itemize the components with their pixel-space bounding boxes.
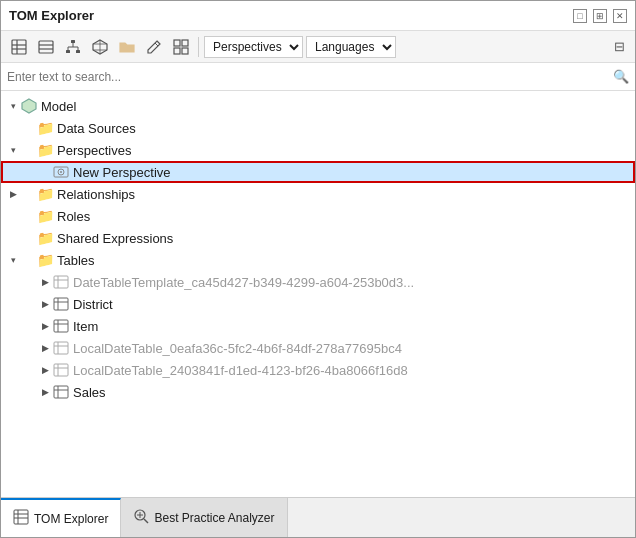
folder-icon: 📁 xyxy=(37,208,53,224)
tree-icon xyxy=(13,509,29,528)
svg-rect-8 xyxy=(66,50,70,53)
toolbar-list-icon[interactable] xyxy=(34,35,58,59)
tree-item-district[interactable]: ▶ District xyxy=(1,293,635,315)
tree-item-roles[interactable]: 📁 Roles xyxy=(1,205,635,227)
table-icon xyxy=(53,384,69,400)
folder-icon: 📁 xyxy=(37,230,53,246)
tree-item-tables[interactable]: ▾ 📁 Tables xyxy=(1,249,635,271)
model-icon xyxy=(21,98,37,114)
svg-line-18 xyxy=(155,43,158,46)
title-bar: TOM Explorer □ ⊞ ✕ xyxy=(1,1,635,31)
tree-item-sales[interactable]: ▶ Sales xyxy=(1,381,635,403)
best-practice-analyzer-tab-label: Best Practice Analyzer xyxy=(154,511,274,525)
tom-explorer-tab[interactable]: TOM Explorer xyxy=(1,498,121,537)
minimize-button[interactable]: □ xyxy=(573,9,587,23)
toolbar-folder-icon[interactable] xyxy=(115,35,139,59)
tree-item-model[interactable]: ▾ Model xyxy=(1,95,635,117)
search-bar: 🔍 xyxy=(1,63,635,91)
perspectives-dropdown[interactable]: Perspectives xyxy=(204,36,303,58)
close-button[interactable]: ✕ xyxy=(613,9,627,23)
localdatetable2-label: LocalDateTable_2403841f-d1ed-4123-bf26-4… xyxy=(73,363,408,378)
analyzer-icon xyxy=(133,508,149,527)
svg-rect-45 xyxy=(14,510,28,524)
toolbar: Perspectives Languages ⊟ xyxy=(1,31,635,63)
localdatetable1-label: LocalDateTable_0eafa36c-5fc2-4b6f-84df-2… xyxy=(73,341,402,356)
svg-rect-20 xyxy=(182,40,188,46)
svg-rect-21 xyxy=(174,48,180,54)
search-icon: 🔍 xyxy=(613,69,629,84)
pin-button[interactable]: ⊞ xyxy=(593,9,607,23)
search-input[interactable] xyxy=(7,70,613,84)
folder-icon: 📁 xyxy=(37,186,53,202)
toolbar-cube-icon[interactable] xyxy=(88,35,112,59)
table-icon xyxy=(53,296,69,312)
sales-expander[interactable]: ▶ xyxy=(37,384,53,400)
new-perspective-label: New Perspective xyxy=(73,165,171,180)
svg-rect-7 xyxy=(71,40,75,43)
toolbar-right: ⊟ xyxy=(609,37,629,57)
tree-item-localdatetable2[interactable]: ▶ LocalDateTable_2403841f-d1ed-4123-bf26… xyxy=(1,359,635,381)
tables-expander[interactable]: ▾ xyxy=(5,252,21,268)
table-special-icon xyxy=(53,274,69,290)
datetabletemplate-label: DateTableTemplate_ca45d427-b349-4299-a60… xyxy=(73,275,414,290)
tree-item-localdatetable1[interactable]: ▶ LocalDateTable_0eafa36c-5fc2-4b6f-84df… xyxy=(1,337,635,359)
folder-icon: 📁 xyxy=(37,120,53,136)
toolbar-edit-icon[interactable] xyxy=(142,35,166,59)
table-special-icon xyxy=(53,362,69,378)
table-icon xyxy=(53,318,69,334)
best-practice-analyzer-tab[interactable]: Best Practice Analyzer xyxy=(121,498,287,537)
svg-rect-36 xyxy=(54,342,68,354)
tom-explorer-tab-label: TOM Explorer xyxy=(34,512,108,526)
relationships-expander[interactable]: ▶ xyxy=(5,186,21,202)
tree-item-new-perspective[interactable]: New Perspective xyxy=(1,161,635,183)
model-label: Model xyxy=(41,99,76,114)
tree-item-data-sources[interactable]: ▶ 📁 Data Sources xyxy=(1,117,635,139)
svg-point-26 xyxy=(60,171,62,173)
folder-icon: 📁 xyxy=(37,252,53,268)
roles-label: Roles xyxy=(57,209,90,224)
svg-rect-9 xyxy=(76,50,80,53)
shared-expressions-label: Shared Expressions xyxy=(57,231,173,246)
perspective-icon xyxy=(53,164,69,180)
tree-item-item[interactable]: ▶ Item xyxy=(1,315,635,337)
district-expander[interactable]: ▶ xyxy=(37,296,53,312)
svg-rect-0 xyxy=(12,40,26,54)
svg-line-50 xyxy=(144,519,148,523)
svg-rect-19 xyxy=(174,40,180,46)
toolbar-table-icon[interactable] xyxy=(7,35,31,59)
folder-icon: 📁 xyxy=(37,142,53,158)
model-expander[interactable]: ▾ xyxy=(5,98,21,114)
perspectives-expander[interactable]: ▾ xyxy=(5,142,21,158)
sales-label: Sales xyxy=(73,385,106,400)
relationships-label: Relationships xyxy=(57,187,135,202)
tom-explorer-window: TOM Explorer □ ⊞ ✕ xyxy=(0,0,636,538)
tree-item-datetabletemplate[interactable]: ▶ DateTableTemplate_ca45d427-b349-4299-a… xyxy=(1,271,635,293)
ldt1-expander[interactable]: ▶ xyxy=(37,340,53,356)
svg-rect-4 xyxy=(39,41,53,53)
tree-content: ▾ Model ▶ 📁 Data Sources ▾ xyxy=(1,91,635,407)
toolbar-grid-icon[interactable] xyxy=(169,35,193,59)
toolbar-hierarchy-icon[interactable] xyxy=(61,35,85,59)
window-title: TOM Explorer xyxy=(9,8,94,23)
perspectives-label: Perspectives xyxy=(57,143,131,158)
svg-rect-27 xyxy=(54,276,68,288)
languages-dropdown[interactable]: Languages xyxy=(306,36,396,58)
tree-item-perspectives[interactable]: ▾ 📁 Perspectives xyxy=(1,139,635,161)
item-expander[interactable]: ▶ xyxy=(37,318,53,334)
tree-item-relationships[interactable]: ▶ 📁 Relationships xyxy=(1,183,635,205)
table-special-icon xyxy=(53,340,69,356)
svg-rect-30 xyxy=(54,298,68,310)
toolbar-separator xyxy=(198,37,199,57)
svg-rect-22 xyxy=(182,48,188,54)
dock-button[interactable]: ⊟ xyxy=(609,37,629,57)
item-label: Item xyxy=(73,319,98,334)
tree-item-shared-expressions[interactable]: 📁 Shared Expressions xyxy=(1,227,635,249)
svg-rect-33 xyxy=(54,320,68,332)
ldt2-expander[interactable]: ▶ xyxy=(37,362,53,378)
tree-container[interactable]: ▾ Model ▶ 📁 Data Sources ▾ xyxy=(1,91,635,497)
svg-rect-42 xyxy=(54,386,68,398)
datetable-expander[interactable]: ▶ xyxy=(37,274,53,290)
tables-label: Tables xyxy=(57,253,95,268)
district-label: District xyxy=(73,297,113,312)
status-bar: TOM Explorer Best Practice Analyzer xyxy=(1,497,635,537)
